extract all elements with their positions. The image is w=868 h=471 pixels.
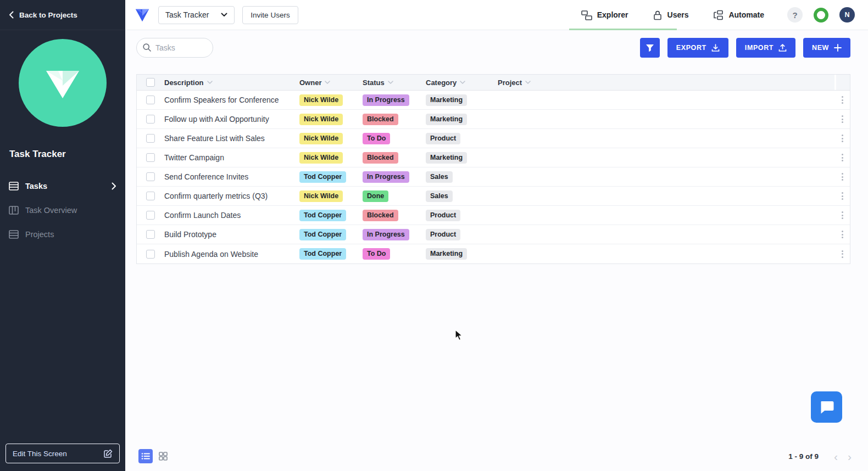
- table-row[interactable]: Publish Agenda on Website Tod Copper To …: [137, 244, 850, 263]
- chevron-left-icon: [9, 11, 14, 19]
- status-cell: In Progress: [363, 229, 426, 240]
- row-menu-button[interactable]: [834, 192, 850, 200]
- status-badge: Blocked: [363, 152, 398, 164]
- row-menu-button[interactable]: [834, 211, 850, 219]
- category-badge: Sales: [426, 171, 453, 183]
- table-row[interactable]: Send Conference Invites Tod Copper In Pr…: [137, 167, 850, 187]
- category-badge: Product: [426, 210, 460, 221]
- tab-explorer[interactable]: Explorer: [581, 0, 628, 30]
- owner-cell: Tod Copper: [299, 210, 363, 221]
- owner-badge: Tod Copper: [299, 210, 346, 221]
- topbar: Task Tracker Invite Users Explorer: [125, 0, 868, 30]
- lock-icon: [653, 10, 663, 20]
- row-checkbox[interactable]: [146, 172, 155, 181]
- export-button[interactable]: EXPORT: [667, 38, 728, 58]
- column-header-description[interactable]: Description: [164, 75, 299, 90]
- sidebar-item-tasks[interactable]: Tasks: [0, 174, 125, 198]
- row-menu-button[interactable]: [834, 96, 850, 104]
- search-icon: [143, 43, 151, 52]
- grid-view-toggle[interactable]: [156, 449, 170, 463]
- row-checkbox[interactable]: [146, 134, 155, 143]
- automate-flow-icon: [713, 10, 724, 20]
- row-checkbox[interactable]: [146, 153, 155, 162]
- owner-cell: Nick Wilde: [299, 152, 363, 164]
- topbar-tabs: Explorer Users Automate: [581, 0, 764, 30]
- edit-screen-label: Edit This Screen: [13, 450, 67, 458]
- row-menu-button[interactable]: [834, 154, 850, 161]
- invite-users-button[interactable]: Invite Users: [242, 6, 298, 24]
- chat-widget-button[interactable]: [811, 391, 842, 423]
- new-button[interactable]: NEW: [803, 38, 850, 58]
- row-checkbox[interactable]: [146, 96, 155, 104]
- import-button[interactable]: IMPORT: [736, 38, 795, 58]
- category-badge: Sales: [426, 190, 453, 202]
- row-checkbox-cell: [137, 115, 164, 124]
- kanban-icon: [9, 206, 19, 215]
- table-body: Confirm Speakers for Conference Nick Wil…: [137, 91, 850, 263]
- list-view-toggle[interactable]: [138, 449, 153, 463]
- task-description: Twitter Campaign: [164, 153, 299, 162]
- table-row[interactable]: Confirm Speakers for Conference Nick Wil…: [137, 91, 850, 110]
- owner-cell: Nick Wilde: [299, 190, 363, 202]
- chat-bubble-icon: [819, 400, 834, 414]
- user-avatar[interactable]: N: [839, 7, 855, 23]
- status-badge: To Do: [363, 248, 390, 260]
- select-all-checkbox[interactable]: [146, 78, 155, 87]
- owner-badge: Nick Wilde: [299, 190, 343, 202]
- category-cell: Marketing: [426, 114, 498, 125]
- row-checkbox-cell: [137, 153, 164, 162]
- status-cell: In Progress: [363, 94, 426, 106]
- tab-users[interactable]: Users: [653, 0, 689, 30]
- tab-automate[interactable]: Automate: [713, 0, 764, 30]
- import-label: IMPORT: [745, 44, 774, 52]
- next-page-button[interactable]: ›: [848, 451, 852, 462]
- status-ring-indicator[interactable]: [814, 8, 828, 23]
- table-header-row: Description Owner Status Category Projec…: [137, 75, 850, 91]
- table-row[interactable]: Twitter Campaign Nick Wilde Blocked Mark…: [137, 148, 850, 167]
- status-badge: Blocked: [363, 114, 398, 125]
- table-row[interactable]: Confirm quarterly metrics (Q3) Nick Wild…: [137, 187, 850, 206]
- filter-button[interactable]: [640, 38, 660, 58]
- plus-icon: [834, 44, 842, 52]
- task-description: Build Prototype: [164, 230, 299, 239]
- app-root: Back to Projects Task Tracker Tasks: [0, 0, 868, 471]
- task-description: Follow up with Axil Opportunity: [164, 115, 299, 124]
- edit-this-screen-button[interactable]: Edit This Screen: [5, 444, 120, 463]
- sidebar-item-projects[interactable]: Projects: [0, 222, 125, 246]
- sidebar-item-task-overview[interactable]: Task Overview: [0, 198, 125, 222]
- owner-badge: Nick Wilde: [299, 94, 343, 106]
- row-checkbox[interactable]: [146, 192, 155, 200]
- category-badge: Product: [426, 133, 460, 144]
- table-row[interactable]: Share Feature List with Sales Nick Wilde…: [137, 129, 850, 148]
- export-label: EXPORT: [676, 44, 706, 52]
- column-header-status[interactable]: Status: [363, 75, 426, 90]
- row-menu-button[interactable]: [834, 115, 850, 123]
- prev-page-button[interactable]: ‹: [834, 451, 838, 462]
- table-row[interactable]: Build Prototype Tod Copper In Progress P…: [137, 225, 850, 244]
- column-label: Owner: [299, 78, 321, 87]
- actions-column-header: [834, 75, 850, 90]
- column-header-category[interactable]: Category: [426, 75, 498, 90]
- app-select-dropdown[interactable]: Task Tracker: [158, 6, 235, 24]
- table-row[interactable]: Confirm Launch Dates Tod Copper Blocked …: [137, 206, 850, 225]
- row-menu-button[interactable]: [834, 173, 850, 181]
- back-to-projects-button[interactable]: Back to Projects: [0, 0, 125, 30]
- row-menu-button[interactable]: [834, 134, 850, 142]
- sidebar-item-label: Projects: [25, 230, 54, 239]
- column-header-project[interactable]: Project: [498, 75, 834, 90]
- task-description: Send Conference Invites: [164, 172, 299, 181]
- app-logo-circle: [19, 39, 107, 127]
- owner-cell: Tod Copper: [299, 229, 363, 240]
- row-menu-button[interactable]: [834, 231, 850, 238]
- row-checkbox[interactable]: [146, 211, 155, 220]
- help-button[interactable]: ?: [787, 7, 803, 23]
- row-checkbox[interactable]: [146, 115, 155, 124]
- row-menu-button[interactable]: [834, 250, 850, 258]
- status-cell: To Do: [363, 248, 426, 260]
- column-header-owner[interactable]: Owner: [299, 75, 363, 90]
- row-checkbox[interactable]: [146, 250, 155, 259]
- owner-badge: Tod Copper: [299, 248, 346, 260]
- table-row[interactable]: Follow up with Axil Opportunity Nick Wil…: [137, 110, 850, 129]
- row-checkbox[interactable]: [146, 230, 155, 239]
- grid-view-icon: [159, 452, 168, 461]
